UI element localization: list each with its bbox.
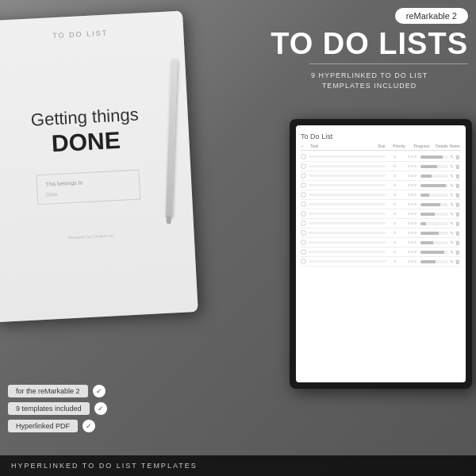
row-progress xyxy=(420,232,448,235)
row-delete-icon: 🗑 xyxy=(455,221,461,227)
row-progress xyxy=(420,175,448,178)
row-priority xyxy=(403,232,420,234)
row-edit-icon: ✎ xyxy=(448,154,455,160)
table-row: ✎ 🗑 xyxy=(301,171,461,181)
row-progress xyxy=(420,213,448,216)
table-row: ✎ 🗑 xyxy=(301,248,461,257)
row-checkbox xyxy=(301,192,306,198)
device-right: To Do List ✓ Task Due Priority Progress … xyxy=(290,119,472,389)
belongs-box: This belongs to Date xyxy=(36,170,140,205)
row-checkbox xyxy=(301,173,306,178)
row-checkbox xyxy=(301,249,306,255)
row-task-line xyxy=(309,222,386,225)
row-task-line xyxy=(309,165,386,167)
row-priority xyxy=(403,260,420,263)
row-priority xyxy=(403,175,420,177)
row-delete-icon: 🗑 xyxy=(455,192,461,198)
row-task-line xyxy=(309,155,386,158)
col-details: Details xyxy=(436,144,448,148)
row-due xyxy=(386,184,403,186)
col-task: Task xyxy=(310,144,373,148)
row-task-line xyxy=(309,184,386,186)
row-checkbox xyxy=(301,202,306,207)
table-row: ✎ 🗑 xyxy=(301,190,461,200)
row-priority xyxy=(403,155,420,158)
row-edit-icon: ✎ xyxy=(448,211,455,217)
main-container: TO DO LIST Getting things DONE This belo… xyxy=(0,0,476,476)
table-row: ✎ 🗑 xyxy=(301,238,461,248)
row-edit-icon: ✎ xyxy=(448,230,455,236)
row-checkbox xyxy=(301,230,306,236)
row-delete-icon: 🗑 xyxy=(455,230,461,236)
device-left: TO DO LIST Getting things DONE This belo… xyxy=(0,10,198,322)
row-checkbox xyxy=(301,240,306,245)
row-progress xyxy=(420,260,448,263)
row-checkbox xyxy=(301,259,306,264)
row-edit-icon: ✎ xyxy=(448,173,455,179)
device-screen: To Do List ✓ Task Due Priority Progress … xyxy=(296,125,466,382)
table-row: ✎ 🗑 xyxy=(301,219,461,228)
row-progress xyxy=(420,251,448,254)
row-edit-icon: ✎ xyxy=(448,240,455,246)
row-priority xyxy=(403,251,420,253)
feature-2: 9 templates included ✓ xyxy=(8,402,107,415)
row-due xyxy=(386,241,403,244)
main-title: TO DO LISTS xyxy=(271,29,468,59)
row-edit-icon: ✎ xyxy=(448,163,455,170)
row-priority xyxy=(403,213,420,215)
feature-2-label: 9 templates included xyxy=(8,402,90,415)
col-notes: Notes xyxy=(448,144,461,148)
row-task-line xyxy=(309,194,386,196)
row-priority xyxy=(403,194,420,196)
row-due xyxy=(386,165,403,167)
table-row: ✎ 🗑 xyxy=(301,228,461,238)
row-due xyxy=(386,251,403,253)
subtitle: 9 HYPERLINKED TO DO LIST TEMPLATES INCLU… xyxy=(271,71,468,90)
row-priority xyxy=(403,241,420,244)
row-task-line xyxy=(309,203,386,205)
row-task-line xyxy=(309,213,386,215)
feature-1: for the reMarkable 2 ✓ xyxy=(8,385,107,397)
feature-3-label: Hyperlinked PDF xyxy=(8,420,78,432)
row-due xyxy=(386,203,403,205)
row-task-line xyxy=(309,241,386,244)
table-row: ✎ 🗑 xyxy=(301,152,461,162)
row-delete-icon: 🗑 xyxy=(455,154,461,160)
row-edit-icon: ✎ xyxy=(448,192,455,198)
row-checkbox xyxy=(301,182,306,188)
row-due xyxy=(386,175,403,177)
row-task-line xyxy=(309,260,386,263)
row-delete-icon: 🗑 xyxy=(455,182,461,189)
col-priority: Priority xyxy=(390,144,408,148)
table-row: ✎ 🗑 xyxy=(301,162,461,171)
row-edit-icon: ✎ xyxy=(448,259,455,265)
row-edit-icon: ✎ xyxy=(448,249,455,255)
row-delete-icon: 🗑 xyxy=(455,259,461,265)
row-checkbox xyxy=(301,221,306,226)
row-progress xyxy=(420,184,448,187)
row-due xyxy=(386,260,403,263)
column-headers: ✓ Task Due Priority Progress Details Not… xyxy=(301,144,461,151)
check-icon-1: ✓ xyxy=(93,385,106,397)
col-progress: Progress xyxy=(408,144,436,148)
top-right-area: reMarkable 2 TO DO LISTS 9 HYPERLINKED T… xyxy=(271,8,468,90)
row-due xyxy=(386,155,403,158)
row-due xyxy=(386,232,403,234)
table-row: ✎ 🗑 xyxy=(301,209,461,219)
row-due xyxy=(386,222,403,225)
feature-1-label: for the reMarkable 2 xyxy=(8,385,88,397)
row-delete-icon: 🗑 xyxy=(455,173,461,179)
table-row: ✎ 🗑 xyxy=(301,200,461,209)
col-due: Due xyxy=(373,144,390,148)
row-task-line xyxy=(309,251,386,253)
row-due xyxy=(386,213,403,215)
row-progress xyxy=(420,194,448,197)
row-progress xyxy=(420,165,448,168)
row-delete-icon: 🗑 xyxy=(455,240,461,246)
row-delete-icon: 🗑 xyxy=(455,211,461,217)
bottom-bar-text: HYPERLINKED TO DO LIST TEMPLATES xyxy=(11,462,465,470)
row-progress xyxy=(420,203,448,206)
row-delete-icon: 🗑 xyxy=(455,163,461,170)
row-priority xyxy=(403,165,420,167)
todo-header: To Do List xyxy=(301,132,461,140)
